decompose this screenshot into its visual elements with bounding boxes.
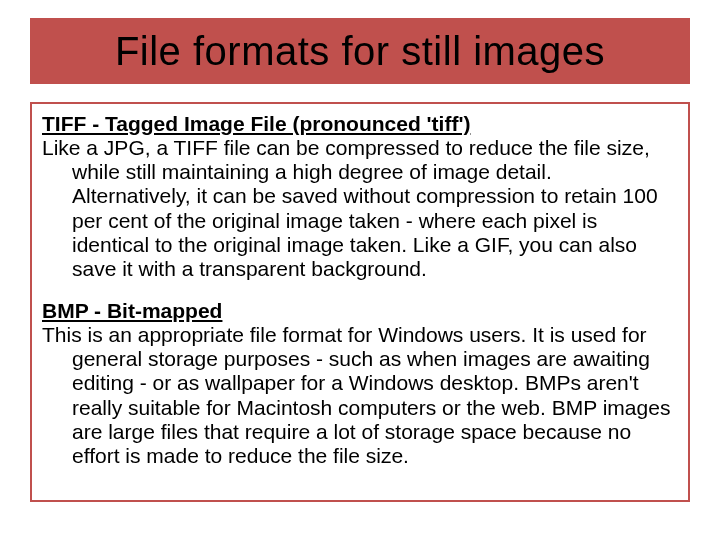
title-bar: File formats for still images [30,18,690,84]
section-body-bmp: This is an appropriate file format for W… [42,323,672,468]
section-heading-bmp: BMP - Bit-mapped [42,299,672,323]
content-box: TIFF - Tagged Image File (pronounced 'ti… [30,102,690,502]
section-body-tiff: Like a JPG, a TIFF file can be compresse… [42,136,672,281]
section-heading-tiff: TIFF - Tagged Image File (pronounced 'ti… [42,112,672,136]
page-title: File formats for still images [115,29,605,74]
